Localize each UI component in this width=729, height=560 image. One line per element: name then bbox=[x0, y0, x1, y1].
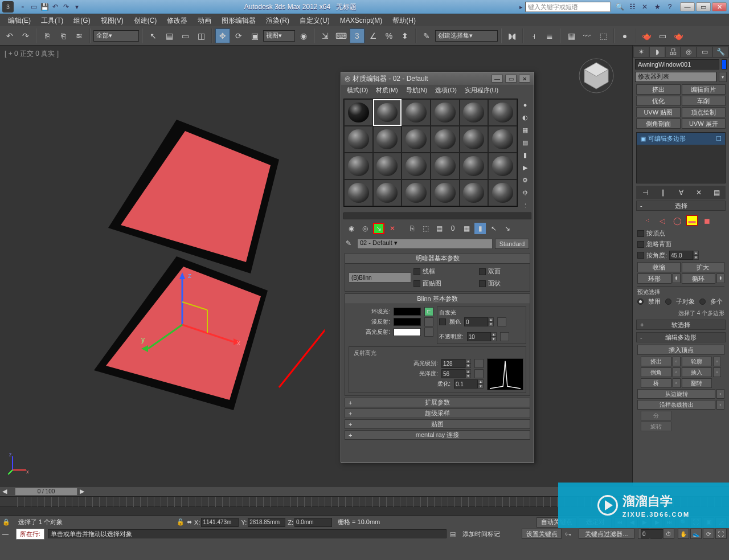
minimize-button[interactable]: — bbox=[680, 2, 695, 11]
opt-spline[interactable]: ▫ bbox=[716, 400, 724, 410]
sample-slot[interactable] bbox=[402, 153, 431, 179]
make-unique-icon[interactable]: ∀ bbox=[677, 188, 686, 197]
reset-map-icon[interactable]: ✕ bbox=[387, 223, 398, 234]
go-forward-icon[interactable]: ↘ bbox=[502, 223, 513, 234]
sample-slot[interactable] bbox=[373, 179, 402, 206]
layers-icon[interactable]: ≣ bbox=[542, 28, 557, 43]
nav-walk-icon[interactable]: 👟 bbox=[690, 529, 702, 539]
new-icon[interactable]: ▫ bbox=[18, 2, 27, 11]
sample-slot[interactable] bbox=[373, 153, 402, 179]
sample-slot[interactable] bbox=[344, 126, 373, 153]
make-copy-icon[interactable]: ⎘ bbox=[406, 223, 417, 234]
menu-animation[interactable]: 动画 bbox=[193, 14, 216, 27]
select-move-icon[interactable]: ✥ bbox=[215, 28, 230, 43]
set-key-button[interactable]: 设置关键点 bbox=[522, 529, 562, 539]
btn-uvw-map[interactable]: UVW 贴图 bbox=[636, 107, 681, 117]
chk-self-color[interactable] bbox=[439, 318, 446, 325]
absolute-transform-icon[interactable]: ⬌ bbox=[187, 518, 192, 526]
named-selection-dropdown[interactable]: 创建选择集 ▾ bbox=[435, 30, 498, 42]
menu-edit[interactable]: 编辑(E) bbox=[3, 14, 35, 27]
diffuse-color-swatch[interactable] bbox=[394, 318, 421, 326]
border-level-icon[interactable]: ◯ bbox=[671, 215, 683, 226]
rollout-maps[interactable]: +贴图 bbox=[345, 419, 530, 429]
sample-slot-selected[interactable] bbox=[373, 99, 402, 126]
chk-facemap[interactable] bbox=[413, 280, 420, 287]
menu-group[interactable]: 组(G) bbox=[69, 14, 95, 27]
btn-inset[interactable]: 插入 bbox=[682, 367, 712, 377]
remove-modifier-icon[interactable]: ✕ bbox=[694, 188, 703, 197]
btn-extrude-poly[interactable]: 挤出 bbox=[641, 357, 671, 366]
window-crossing-icon[interactable]: ◫ bbox=[194, 28, 208, 43]
chk-wireframe[interactable] bbox=[413, 268, 420, 275]
specular-color-swatch[interactable] bbox=[394, 328, 421, 336]
spec-level-spinner[interactable]: ▲▼ bbox=[441, 359, 471, 368]
edit-named-sel-icon[interactable]: ✎ bbox=[419, 28, 434, 43]
search-icon[interactable]: 🔍 bbox=[615, 2, 624, 11]
menu-create[interactable]: 创建(C) bbox=[129, 14, 162, 27]
sample-slot[interactable] bbox=[344, 99, 373, 126]
material-editor-window[interactable]: ◎ 材质编辑器 - 02 - Default — ▭ ✕ 模式(D) 材质(M)… bbox=[341, 72, 534, 463]
material-editor-icon[interactable]: ● bbox=[617, 28, 632, 43]
open-icon[interactable]: ▭ bbox=[29, 2, 38, 11]
material-type-button[interactable]: Standard bbox=[495, 239, 529, 249]
percent-snap-icon[interactable]: % bbox=[382, 28, 396, 43]
opt-hinge[interactable]: ▫ bbox=[716, 389, 724, 399]
object-color-swatch[interactable] bbox=[722, 59, 727, 70]
mat-minimize-button[interactable]: — bbox=[492, 75, 503, 83]
time-slider-prev-icon[interactable]: ◀ bbox=[0, 488, 9, 495]
time-slider-next-icon[interactable]: ▶ bbox=[77, 488, 87, 495]
sample-slot[interactable] bbox=[402, 126, 431, 153]
help-search-input[interactable]: 键入关键字或短语 bbox=[525, 2, 611, 12]
btn-lathe[interactable]: 车削 bbox=[682, 96, 726, 106]
help-icon[interactable]: ? bbox=[665, 2, 674, 11]
btn-edit-patch[interactable]: 编辑面片 bbox=[682, 84, 726, 95]
render-production-icon[interactable]: 🫖 bbox=[671, 28, 686, 43]
material-id-icon[interactable]: 0 bbox=[447, 223, 458, 234]
opt-extrude[interactable]: ▫ bbox=[673, 357, 681, 366]
select-rotate-icon[interactable]: ⟳ bbox=[231, 28, 246, 43]
sample-slot[interactable] bbox=[460, 153, 489, 179]
rollout-header[interactable]: 明暗器基本参数 bbox=[345, 254, 530, 264]
sample-slot[interactable] bbox=[344, 153, 373, 179]
mat-menu-material[interactable]: 材质(M) bbox=[372, 85, 402, 96]
tab-display-icon[interactable]: ▭ bbox=[697, 47, 712, 57]
mat-menu-mode[interactable]: 模式(D) bbox=[343, 85, 371, 96]
modifier-stack-item[interactable]: ▣可编辑多边形☐ bbox=[637, 133, 725, 145]
btn-bevel-profile[interactable]: 倒角剖面 bbox=[636, 118, 681, 129]
spec-level-map-button[interactable] bbox=[474, 359, 484, 368]
unlink-icon[interactable]: ⎗ bbox=[56, 28, 71, 43]
ambient-lock-button[interactable]: ⊏ bbox=[424, 307, 433, 316]
btn-rotate-partial[interactable]: 旋转 bbox=[641, 422, 671, 431]
shader-type-dropdown[interactable]: (B)Blinn bbox=[349, 272, 411, 283]
radio-preview-subobj[interactable] bbox=[665, 299, 671, 305]
chk-ignore-backfacing[interactable] bbox=[637, 241, 644, 248]
sample-slot[interactable] bbox=[344, 179, 373, 206]
go-to-parent-icon[interactable]: ↖ bbox=[488, 223, 499, 234]
nav-max-toggle-icon[interactable]: ⛶ bbox=[715, 529, 727, 539]
btn-uvw-unwrap[interactable]: UVW 展开 bbox=[682, 118, 726, 129]
backlight-icon[interactable]: ◐ bbox=[520, 112, 530, 122]
opt-outline[interactable]: ▫ bbox=[713, 357, 721, 366]
pin-stack-icon[interactable]: ⊣ bbox=[641, 188, 650, 197]
menu-modifiers[interactable]: 修改器 bbox=[162, 14, 192, 27]
select-scale-icon[interactable]: ▣ bbox=[247, 28, 262, 43]
chk-2sided[interactable] bbox=[479, 268, 486, 275]
material-map-nav-icon[interactable]: ⋮ bbox=[520, 200, 530, 210]
mat-menu-utilities[interactable]: 实用程序(U) bbox=[461, 85, 502, 96]
show-end-result-icon[interactable]: ∥ bbox=[658, 188, 667, 197]
curve-editor-icon[interactable]: 〰 bbox=[580, 28, 595, 43]
tab-utilities-icon[interactable]: 🔧 bbox=[713, 47, 728, 57]
manipulate-icon[interactable]: ⇲ bbox=[318, 28, 333, 43]
btn-bridge[interactable]: 桥 bbox=[641, 378, 671, 388]
polygon-level-icon[interactable]: ▬ bbox=[686, 215, 698, 226]
btn-outline[interactable]: 轮廓 bbox=[682, 357, 712, 366]
tab-motion-icon[interactable]: ◎ bbox=[681, 47, 696, 57]
ring-spinner[interactable]: ⬍ bbox=[673, 273, 681, 283]
viewport-label[interactable]: [ + 0 正交 0 真实 ] bbox=[5, 49, 59, 59]
sample-slot[interactable] bbox=[402, 99, 431, 126]
qat-dropdown-icon[interactable]: ▾ bbox=[72, 2, 81, 11]
close-button[interactable]: ✕ bbox=[712, 2, 727, 11]
video-color-icon[interactable]: ▮ bbox=[520, 150, 530, 160]
viewport-perspective[interactable]: [ + 0 正交 0 真实 ] z x y bbox=[0, 46, 632, 486]
mirror-icon[interactable]: ◗◖ bbox=[505, 28, 519, 43]
